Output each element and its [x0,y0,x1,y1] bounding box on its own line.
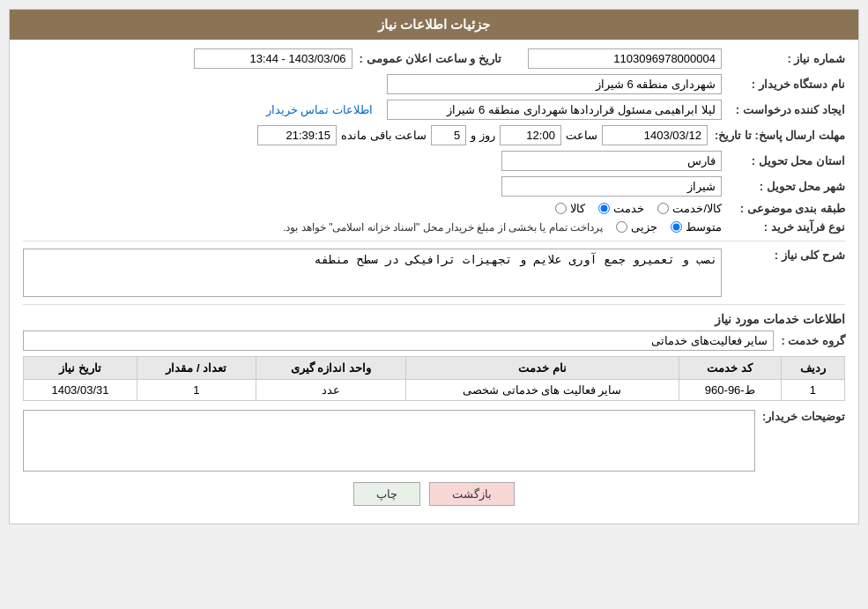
th-radif: ردیف [781,357,844,380]
row-process: نوع فرآیند خرید : متوسط جزیی پرداخت تمام… [23,220,845,234]
radio-kala-label: کالا [570,202,585,215]
td-name: سایر فعالیت های خدماتی شخصی [405,380,679,401]
td-unit: عدد [256,380,405,401]
creator-value: لیلا ابراهیمی مسئول قراردادها شهرداری من… [387,100,722,120]
province-label: استان محل تحویل : [722,154,845,167]
services-title: اطلاعات خدمات مورد نیاز [23,312,845,326]
th-unit: واحد اندازه گیری [256,357,405,380]
deadline-time: 12:00 [500,125,561,145]
page-header: جزئیات اطلاعات نیاز [10,10,858,40]
row-province: استان محل تحویل : فارس [23,151,845,171]
td-code: ط-96-960 [679,380,781,401]
services-table-container: ردیف کد خدمت نام خدمت واحد اندازه گیری ت… [23,356,845,401]
city-label: شهر محل تحویل : [722,180,845,193]
print-button[interactable]: چاپ [353,482,420,506]
divider-2 [23,304,845,305]
deadline-date: 1403/03/12 [602,125,708,145]
radio-khedmat-input[interactable] [598,203,610,214]
radio-jozi[interactable]: جزیی [616,220,657,234]
row-description: شرح کلی نیاز : [23,249,845,297]
table-header-row: ردیف کد خدمت نام خدمت واحد اندازه گیری ت… [24,357,845,380]
divider-1 [23,241,845,241]
category-radio-group: کالا/خدمت خدمت کالا [555,202,722,215]
page-title: جزئیات اطلاعات نیاز [378,17,490,32]
niyaz-number-label: شماره نیاز : [722,52,845,65]
dastgah-label: نام دستگاه خریدار : [722,78,845,91]
dastgah-value: شهرداری منطقه 6 شیراز [387,74,722,94]
niyaz-number-value: 1103096978000004 [528,48,722,69]
th-name: نام خدمت [405,357,679,380]
radio-kala-khedmat[interactable]: کالا/خدمت [657,202,722,215]
td-quantity: 1 [137,380,256,401]
date-label: تاریخ و ساعت اعلان عمومی : [352,52,501,65]
radio-kala[interactable]: کالا [555,202,585,215]
deadline-time-label: ساعت [566,129,597,142]
row-buyer-notes: توضیحات خریدار: [23,410,845,472]
row-creator: ایجاد کننده درخواست : لیلا ابراهیمی مسئو… [23,100,845,120]
back-button[interactable]: بازگشت [429,482,515,506]
buyer-notes-textarea[interactable] [23,410,755,472]
category-label: طبقه بندی موضوعی : [722,202,845,215]
date-value: 1403/03/06 - 13:44 [194,48,352,69]
radio-motevaset-label: متوسط [686,220,722,234]
page-container: جزئیات اطلاعات نیاز شماره نیاز : 1103096… [9,9,859,524]
td-date: 1403/03/31 [24,380,137,401]
th-code: کد خدمت [679,357,781,380]
description-textarea[interactable] [23,249,722,297]
description-label: شرح کلی نیاز : [722,249,845,262]
row-city: شهر محل تحویل : شیراز [23,176,845,197]
buyer-notes-label: توضیحات خریدار: [755,410,845,423]
deadline-remain: 21:39:15 [257,125,337,145]
row-deadline: مهلت ارسال پاسخ: تا تاریخ: 1403/03/12 سا… [23,125,845,145]
deadline-label: مهلت ارسال پاسخ: تا تاریخ: [708,129,845,142]
radio-motevaset-input[interactable] [671,221,682,233]
radio-jozi-label: جزیی [631,220,657,234]
radio-kala-input[interactable] [555,203,567,214]
radio-khedmat[interactable]: خدمت [598,202,644,215]
row-group: گروه خدمت : سایر فعالیت‌های خدماتی [23,330,845,351]
group-label: گروه خدمت : [781,334,845,347]
group-value: سایر فعالیت‌های خدماتی [23,330,774,351]
row-dastgah: نام دستگاه خریدار : شهرداری منطقه 6 شیرا… [23,74,845,94]
creator-link[interactable]: اطلاعات تماس خریدار [266,103,373,116]
process-note: پرداخت تمام یا بخشی از مبلغ خریدار محل "… [283,221,603,234]
radio-motevaset[interactable]: متوسط [671,220,722,234]
table-body: 1ط-96-960سایر فعالیت های خدماتی شخصیعدد1… [24,380,845,401]
td-radif: 1 [781,380,844,401]
radio-jozi-input[interactable] [616,221,627,233]
button-container: بازگشت چاپ [23,482,845,506]
th-quantity: تعداد / مقدار [137,357,256,380]
radio-kala-khedmat-label: کالا/خدمت [672,202,722,215]
process-radio-group: متوسط جزیی [616,220,722,234]
process-label: نوع فرآیند خرید : [722,220,845,234]
city-value: شیراز [501,176,722,197]
radio-khedmat-label: خدمت [613,202,644,215]
row-category: طبقه بندی موضوعی : کالا/خدمت خدمت کالا [23,202,845,215]
creator-label: ایجاد کننده درخواست : [722,103,845,116]
table-row: 1ط-96-960سایر فعالیت های خدماتی شخصیعدد1… [24,380,845,401]
services-table: ردیف کد خدمت نام خدمت واحد اندازه گیری ت… [23,356,845,401]
th-date: تاریخ نیاز [24,357,137,380]
deadline-day: 5 [431,125,466,145]
province-value: فارس [501,151,722,171]
row-niyaz-date: شماره نیاز : 1103096978000004 تاریخ و سا… [23,48,845,69]
radio-kala-khedmat-input[interactable] [657,203,669,214]
deadline-day-label: روز و [471,129,495,142]
deadline-remain-label: ساعت باقی مانده [341,129,427,142]
content-area: شماره نیاز : 1103096978000004 تاریخ و سا… [10,40,858,524]
